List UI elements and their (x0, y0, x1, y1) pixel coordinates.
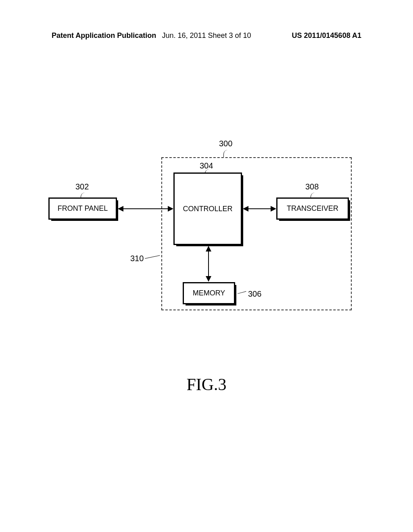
leader-300 (223, 150, 227, 157)
ref-label-310: 310 (130, 254, 144, 263)
block-memory: MEMORY (183, 282, 235, 304)
leader-310 (145, 255, 161, 262)
diagram: FRONT PANEL CONTROLLER TRANSCEIVER MEMOR… (48, 137, 363, 310)
arrow-ctrl-trx (248, 208, 271, 209)
header-center: Jun. 16, 2011 Sheet 3 of 10 (162, 31, 251, 40)
block-label: CONTROLLER (183, 205, 232, 213)
arrowhead-down-icon (206, 276, 211, 282)
leader-302 (81, 193, 85, 198)
ref-label-306: 306 (248, 289, 261, 299)
figure-caption: FIG.3 (186, 375, 226, 394)
block-label: FRONT PANEL (58, 204, 108, 213)
ref-label-300: 300 (219, 139, 232, 148)
arrowhead-right-icon (271, 206, 276, 212)
arrowhead-left-icon (243, 206, 248, 212)
ref-label-302: 302 (75, 182, 89, 191)
block-transceiver: TRANSCEIVER (276, 197, 349, 220)
header-left: Patent Application Publication (52, 31, 156, 40)
arrowhead-left-icon (118, 206, 123, 212)
block-label: TRANSCEIVER (287, 204, 338, 213)
block-controller: CONTROLLER (173, 172, 242, 245)
block-front-panel: FRONT PANEL (48, 197, 117, 220)
block-label: MEMORY (193, 289, 225, 297)
arrowhead-up-icon (206, 246, 211, 251)
arrow-fp-ctrl (123, 208, 168, 209)
page-header: Patent Application Publication Jun. 16, … (0, 31, 413, 40)
ref-label-304: 304 (200, 161, 213, 170)
ref-label-308: 308 (305, 182, 319, 191)
arrow-ctrl-mem (208, 251, 209, 276)
header-right: US 2011/0145608 A1 (292, 31, 361, 40)
arrowhead-right-icon (168, 206, 173, 212)
